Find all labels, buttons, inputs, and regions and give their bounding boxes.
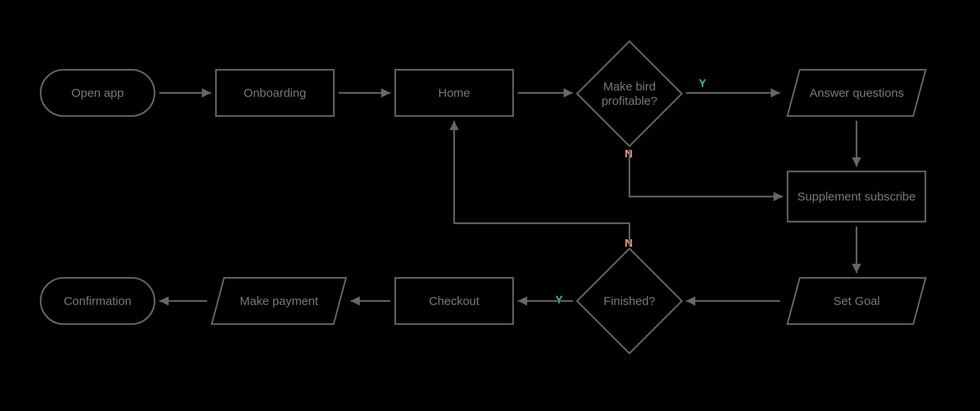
node-label: Checkout	[429, 293, 480, 309]
node-label: Supplement subscribe	[798, 189, 916, 204]
node-set-goal: Set Goal	[786, 277, 927, 325]
node-open-app: Open app	[40, 69, 155, 117]
node-label: Make bird profitable?	[592, 79, 667, 108]
node-supplement-subscribe: Supplement subscribe	[787, 171, 926, 222]
node-label: Finished?	[604, 294, 655, 308]
node-checkout: Checkout	[394, 277, 514, 325]
node-answer-questions: Answer questions	[786, 69, 927, 117]
edge-label-make-bird-yes: Y	[699, 77, 706, 90]
node-label: Make payment	[240, 293, 318, 309]
node-label: Confirmation	[64, 293, 131, 309]
node-finished: Finished?	[574, 245, 685, 357]
node-label: Open app	[71, 85, 124, 100]
node-label: Home	[438, 85, 470, 100]
node-home: Home	[394, 69, 514, 117]
edge-label-finished-no: N	[625, 237, 633, 250]
node-make-payment: Make payment	[211, 277, 347, 325]
node-label: Answer questions	[809, 85, 904, 100]
flowchart-canvas: Open app Onboarding Home Make bird profi…	[0, 0, 980, 411]
node-confirmation: Confirmation	[40, 277, 155, 325]
node-label: Set Goal	[833, 293, 880, 309]
node-make-bird-profitable: Make bird profitable?	[574, 38, 685, 149]
edge-label-finished-yes: Y	[555, 293, 563, 306]
node-onboarding: Onboarding	[215, 69, 335, 117]
edge-label-make-bird-no: N	[625, 147, 633, 160]
node-label: Onboarding	[244, 85, 306, 100]
